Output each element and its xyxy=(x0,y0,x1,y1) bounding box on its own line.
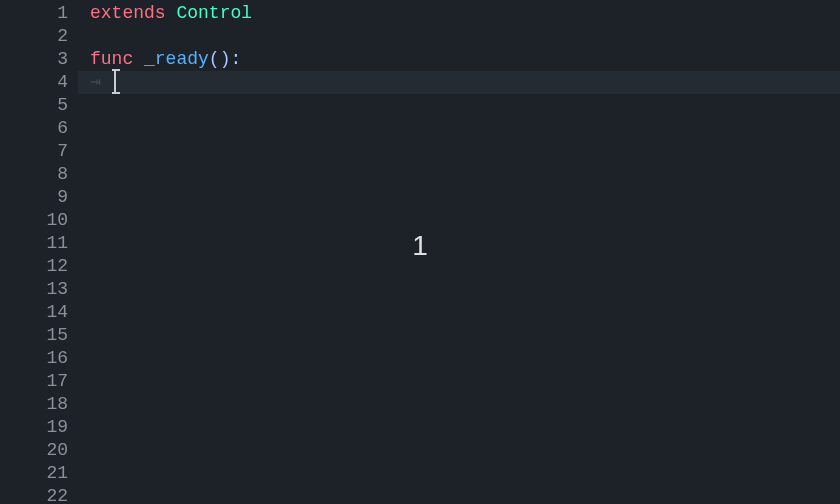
overlay-label: 1 xyxy=(412,234,428,257)
line-number: 19 xyxy=(0,416,78,439)
code-line xyxy=(90,25,840,48)
line-number: 10 xyxy=(0,209,78,232)
code-line xyxy=(90,393,840,416)
code-line xyxy=(90,439,840,462)
line-number: 1 xyxy=(0,2,78,25)
code-line xyxy=(90,416,840,439)
code-line xyxy=(90,209,840,232)
code-line xyxy=(90,301,840,324)
code-line xyxy=(90,485,840,504)
code-line xyxy=(90,186,840,209)
line-number: 11 xyxy=(0,232,78,255)
token-classname: Control xyxy=(176,3,252,23)
line-number: 3 xyxy=(0,48,78,71)
text-cursor-icon xyxy=(114,71,116,92)
code-line: extends Control xyxy=(90,2,840,25)
code-line xyxy=(90,370,840,393)
code-line: func _ready(): xyxy=(90,48,840,71)
code-line xyxy=(90,140,840,163)
code-area[interactable]: extends Controlfunc _ready():⇥ xyxy=(78,0,840,504)
line-number-gutter: 12345678910111213141516171819202122 xyxy=(0,0,78,504)
line-number: 13 xyxy=(0,278,78,301)
line-number: 20 xyxy=(0,439,78,462)
code-line xyxy=(90,117,840,140)
line-number: 21 xyxy=(0,462,78,485)
line-number: 17 xyxy=(0,370,78,393)
line-number: 8 xyxy=(0,163,78,186)
code-line xyxy=(90,163,840,186)
line-number: 14 xyxy=(0,301,78,324)
code-line xyxy=(90,232,840,255)
line-number: 9 xyxy=(0,186,78,209)
code-line xyxy=(90,462,840,485)
line-number: 7 xyxy=(0,140,78,163)
token-indent-guide: ⇥ xyxy=(90,72,101,92)
code-line xyxy=(90,278,840,301)
token-funcname: _ready xyxy=(144,49,209,69)
line-number: 15 xyxy=(0,324,78,347)
line-number: 12 xyxy=(0,255,78,278)
token-keyword: extends xyxy=(90,3,176,23)
token-punctuation: (): xyxy=(209,49,241,69)
line-number: 5 xyxy=(0,94,78,117)
line-number: 18 xyxy=(0,393,78,416)
line-number: 4 xyxy=(0,71,78,94)
code-line xyxy=(90,347,840,370)
code-line xyxy=(90,94,840,117)
token-keyword: func xyxy=(90,49,144,69)
line-number: 16 xyxy=(0,347,78,370)
line-number: 6 xyxy=(0,117,78,140)
code-line xyxy=(90,324,840,347)
code-line xyxy=(90,255,840,278)
code-line: ⇥ xyxy=(90,71,840,94)
line-number: 22 xyxy=(0,485,78,504)
code-content: extends Controlfunc _ready():⇥ xyxy=(90,2,840,504)
line-number: 2 xyxy=(0,25,78,48)
